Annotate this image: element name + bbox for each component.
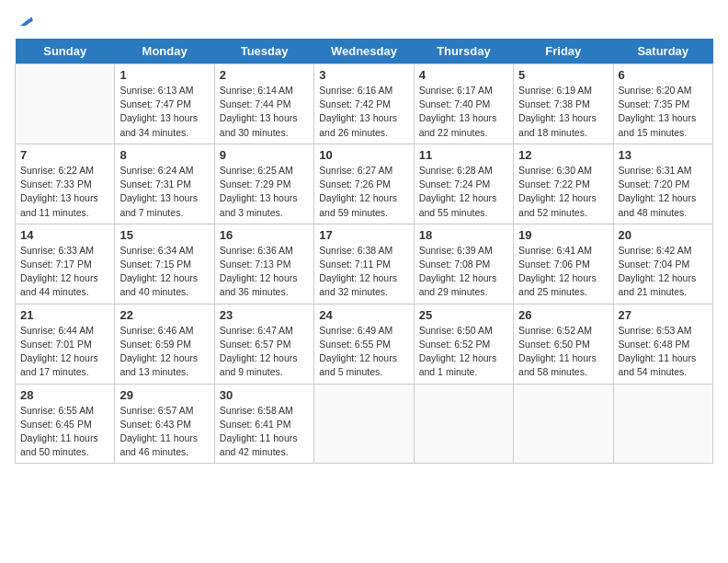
calendar-cell: 7Sunrise: 6:22 AM Sunset: 7:33 PM Daylig…	[16, 144, 115, 224]
day-info: Sunrise: 6:17 AM Sunset: 7:40 PM Dayligh…	[419, 84, 508, 140]
day-info: Sunrise: 6:36 AM Sunset: 7:13 PM Dayligh…	[220, 244, 309, 300]
day-header-wednesday: Wednesday	[314, 39, 414, 64]
day-info: Sunrise: 6:14 AM Sunset: 7:44 PM Dayligh…	[220, 84, 309, 140]
calendar-cell: 4Sunrise: 6:17 AM Sunset: 7:40 PM Daylig…	[414, 64, 513, 144]
day-number: 25	[419, 308, 508, 322]
day-info: Sunrise: 6:30 AM Sunset: 7:22 PM Dayligh…	[518, 164, 608, 220]
calendar-cell: 23Sunrise: 6:47 AM Sunset: 6:57 PM Dayli…	[214, 304, 313, 384]
calendar-cell: 24Sunrise: 6:49 AM Sunset: 6:55 PM Dayli…	[314, 304, 414, 384]
day-info: Sunrise: 6:22 AM Sunset: 7:33 PM Dayligh…	[20, 164, 109, 220]
calendar-cell: 3Sunrise: 6:16 AM Sunset: 7:42 PM Daylig…	[314, 64, 414, 144]
calendar-cell: 15Sunrise: 6:34 AM Sunset: 7:15 PM Dayli…	[115, 224, 214, 304]
calendar-cell: 25Sunrise: 6:50 AM Sunset: 6:52 PM Dayli…	[414, 304, 513, 384]
calendar-cell: 11Sunrise: 6:28 AM Sunset: 7:24 PM Dayli…	[414, 144, 513, 224]
day-header-monday: Monday	[115, 39, 214, 64]
day-number: 12	[518, 148, 608, 162]
calendar-cell: 5Sunrise: 6:19 AM Sunset: 7:38 PM Daylig…	[514, 64, 613, 144]
day-header-sunday: Sunday	[16, 39, 115, 64]
day-header-friday: Friday	[514, 39, 613, 64]
day-number: 17	[319, 228, 408, 242]
week-row-4: 21Sunrise: 6:44 AM Sunset: 7:01 PM Dayli…	[16, 304, 713, 384]
calendar-cell: 8Sunrise: 6:24 AM Sunset: 7:31 PM Daylig…	[115, 144, 214, 224]
day-info: Sunrise: 6:53 AM Sunset: 6:48 PM Dayligh…	[619, 324, 708, 380]
calendar-cell	[16, 64, 115, 144]
calendar-cell: 16Sunrise: 6:36 AM Sunset: 7:13 PM Dayli…	[214, 224, 313, 304]
day-info: Sunrise: 6:50 AM Sunset: 6:52 PM Dayligh…	[419, 324, 508, 380]
day-number: 21	[20, 308, 109, 322]
day-info: Sunrise: 6:20 AM Sunset: 7:35 PM Dayligh…	[619, 84, 708, 140]
week-row-1: 1Sunrise: 6:13 AM Sunset: 7:47 PM Daylig…	[16, 64, 713, 144]
day-info: Sunrise: 6:25 AM Sunset: 7:29 PM Dayligh…	[220, 164, 309, 220]
day-info: Sunrise: 6:58 AM Sunset: 6:41 PM Dayligh…	[220, 404, 309, 460]
day-number: 16	[220, 228, 309, 242]
day-number: 13	[619, 148, 708, 162]
day-info: Sunrise: 6:42 AM Sunset: 7:04 PM Dayligh…	[619, 244, 708, 300]
calendar-cell: 6Sunrise: 6:20 AM Sunset: 7:35 PM Daylig…	[613, 64, 712, 144]
day-header-thursday: Thursday	[414, 39, 513, 64]
day-number: 30	[220, 388, 309, 402]
calendar-cell	[414, 384, 513, 464]
day-info: Sunrise: 6:24 AM Sunset: 7:31 PM Dayligh…	[119, 164, 209, 220]
calendar-cell: 12Sunrise: 6:30 AM Sunset: 7:22 PM Dayli…	[514, 144, 613, 224]
day-number: 24	[319, 308, 408, 322]
day-number: 11	[419, 148, 508, 162]
day-info: Sunrise: 6:49 AM Sunset: 6:55 PM Dayligh…	[319, 324, 408, 380]
day-info: Sunrise: 6:19 AM Sunset: 7:38 PM Dayligh…	[518, 84, 608, 140]
day-number: 14	[20, 228, 109, 242]
day-number: 19	[518, 228, 608, 242]
day-number: 18	[419, 228, 508, 242]
day-info: Sunrise: 6:41 AM Sunset: 7:06 PM Dayligh…	[518, 244, 608, 300]
day-info: Sunrise: 6:39 AM Sunset: 7:08 PM Dayligh…	[419, 244, 508, 300]
day-info: Sunrise: 6:16 AM Sunset: 7:42 PM Dayligh…	[319, 84, 408, 140]
day-info: Sunrise: 6:55 AM Sunset: 6:45 PM Dayligh…	[20, 404, 109, 460]
day-header-saturday: Saturday	[613, 39, 712, 64]
calendar-cell	[514, 384, 613, 464]
day-header-tuesday: Tuesday	[214, 39, 313, 64]
calendar-cell: 13Sunrise: 6:31 AM Sunset: 7:20 PM Dayli…	[613, 144, 712, 224]
day-number: 2	[220, 68, 309, 82]
day-info: Sunrise: 6:27 AM Sunset: 7:26 PM Dayligh…	[319, 164, 408, 220]
day-info: Sunrise: 6:44 AM Sunset: 7:01 PM Dayligh…	[20, 324, 109, 380]
calendar-cell: 29Sunrise: 6:57 AM Sunset: 6:43 PM Dayli…	[115, 384, 214, 464]
calendar-cell: 9Sunrise: 6:25 AM Sunset: 7:29 PM Daylig…	[214, 144, 313, 224]
day-info: Sunrise: 6:52 AM Sunset: 6:50 PM Dayligh…	[518, 324, 608, 380]
calendar-table: SundayMondayTuesdayWednesdayThursdayFrid…	[15, 39, 713, 464]
calendar-cell	[314, 384, 414, 464]
calendar-cell: 18Sunrise: 6:39 AM Sunset: 7:08 PM Dayli…	[414, 224, 513, 304]
logo-bird-icon	[17, 13, 33, 29]
page-header	[15, 15, 713, 29]
calendar-cell: 20Sunrise: 6:42 AM Sunset: 7:04 PM Dayli…	[613, 224, 712, 304]
day-info: Sunrise: 6:33 AM Sunset: 7:17 PM Dayligh…	[20, 244, 109, 300]
calendar-cell: 26Sunrise: 6:52 AM Sunset: 6:50 PM Dayli…	[514, 304, 613, 384]
calendar-cell: 17Sunrise: 6:38 AM Sunset: 7:11 PM Dayli…	[314, 224, 414, 304]
day-info: Sunrise: 6:47 AM Sunset: 6:57 PM Dayligh…	[220, 324, 309, 380]
logo	[15, 15, 33, 29]
day-number: 7	[20, 148, 109, 162]
day-info: Sunrise: 6:13 AM Sunset: 7:47 PM Dayligh…	[119, 84, 209, 140]
day-number: 20	[619, 228, 708, 242]
day-info: Sunrise: 6:31 AM Sunset: 7:20 PM Dayligh…	[619, 164, 708, 220]
calendar-cell: 21Sunrise: 6:44 AM Sunset: 7:01 PM Dayli…	[16, 304, 115, 384]
calendar-cell: 22Sunrise: 6:46 AM Sunset: 6:59 PM Dayli…	[115, 304, 214, 384]
day-number: 27	[619, 308, 708, 322]
calendar-cell: 28Sunrise: 6:55 AM Sunset: 6:45 PM Dayli…	[16, 384, 115, 464]
day-number: 9	[220, 148, 309, 162]
day-number: 8	[119, 148, 209, 162]
day-info: Sunrise: 6:28 AM Sunset: 7:24 PM Dayligh…	[419, 164, 508, 220]
day-number: 5	[518, 68, 608, 82]
calendar-cell: 14Sunrise: 6:33 AM Sunset: 7:17 PM Dayli…	[16, 224, 115, 304]
day-number: 26	[518, 308, 608, 322]
day-number: 3	[319, 68, 408, 82]
day-number: 6	[619, 68, 708, 82]
calendar-cell: 30Sunrise: 6:58 AM Sunset: 6:41 PM Dayli…	[214, 384, 313, 464]
day-info: Sunrise: 6:34 AM Sunset: 7:15 PM Dayligh…	[119, 244, 209, 300]
day-number: 1	[119, 68, 209, 82]
day-number: 15	[119, 228, 209, 242]
day-info: Sunrise: 6:38 AM Sunset: 7:11 PM Dayligh…	[319, 244, 408, 300]
calendar-cell: 19Sunrise: 6:41 AM Sunset: 7:06 PM Dayli…	[514, 224, 613, 304]
week-row-2: 7Sunrise: 6:22 AM Sunset: 7:33 PM Daylig…	[16, 144, 713, 224]
calendar-cell: 1Sunrise: 6:13 AM Sunset: 7:47 PM Daylig…	[115, 64, 214, 144]
calendar-cell: 27Sunrise: 6:53 AM Sunset: 6:48 PM Dayli…	[613, 304, 712, 384]
calendar-cell: 2Sunrise: 6:14 AM Sunset: 7:44 PM Daylig…	[214, 64, 313, 144]
day-number: 28	[20, 388, 109, 402]
